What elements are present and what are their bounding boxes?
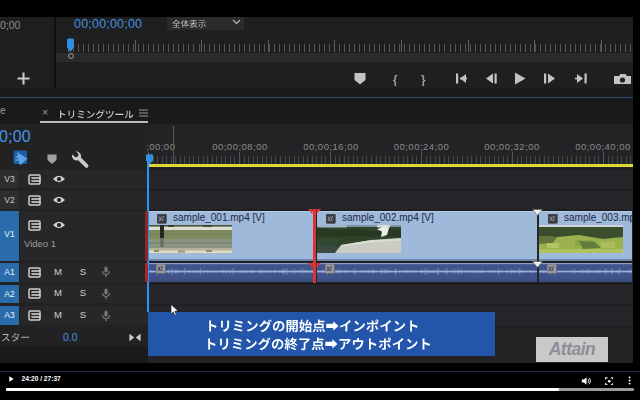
- svg-text:{: {: [393, 72, 398, 87]
- svg-text:}: }: [421, 72, 426, 87]
